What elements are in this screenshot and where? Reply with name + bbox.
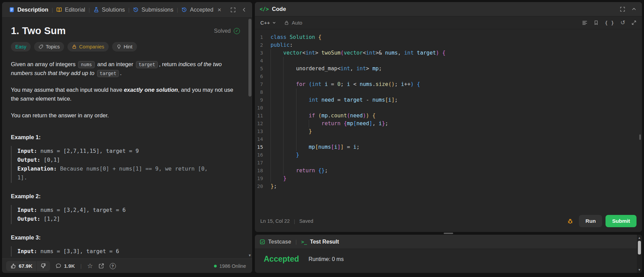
panel-splitter <box>255 232 642 235</box>
code-line: 18return {}; <box>255 167 642 175</box>
code-panel-header: </> Code <box>255 2 642 16</box>
result-status: Accepted <box>264 254 299 264</box>
tab-solutions[interactable]: Solutions <box>91 6 128 13</box>
topics-tag[interactable]: Topics <box>34 42 64 52</box>
submit-button[interactable]: Submit <box>605 215 637 227</box>
tab-testcase[interactable]: Testcase <box>260 239 291 245</box>
result-scrollbar[interactable]: ▲ ▼ <box>637 235 642 273</box>
language-label: C++ <box>260 20 270 26</box>
cursor-position: Ln 15, Col 22 <box>260 218 290 224</box>
editor-scrollbar-thumb[interactable] <box>639 134 641 140</box>
collapse-left-icon[interactable] <box>242 7 247 12</box>
example-block: Input: nums = [2,7,11,15], target = 9Out… <box>11 146 208 183</box>
scroll-down-icon[interactable]: ▼ <box>637 268 642 272</box>
line-number: 20 <box>255 183 271 190</box>
dislike-button[interactable] <box>37 261 50 271</box>
fullscreen-icon[interactable] <box>230 7 236 13</box>
code-line: 12return {mp[need], i}; <box>255 120 642 128</box>
auto-label: Auto <box>292 20 302 26</box>
code-text: class Solution { <box>271 33 321 41</box>
description-paragraph: You may assume that each input would hav… <box>11 85 234 103</box>
help-icon[interactable]: ? <box>110 263 116 269</box>
code-text <box>271 159 296 167</box>
example-line: Input: nums = [3,3], target = 6 <box>17 247 208 256</box>
companies-tag[interactable]: Companies <box>67 42 108 52</box>
code-text: return {mp[need], i}; <box>271 120 388 128</box>
topics-label: Topics <box>46 44 60 49</box>
auto-toggle[interactable]: Auto <box>284 20 302 26</box>
expand-icon[interactable] <box>631 20 637 25</box>
example-title: Example 1: <box>11 134 241 141</box>
result-scrollbar-thumb[interactable] <box>638 241 641 254</box>
line-number: 14 <box>255 135 271 143</box>
run-button[interactable]: Run <box>579 215 602 227</box>
bookmark-icon[interactable] <box>594 20 599 25</box>
chevron-down-icon <box>272 21 276 25</box>
code-text: if (mp.count(need)) { <box>271 112 375 120</box>
reset-icon[interactable]: ↺ <box>620 20 625 26</box>
tab-solutions-label: Solutions <box>102 6 125 13</box>
share-icon[interactable] <box>98 263 104 269</box>
solved-label: Solved <box>214 28 231 34</box>
tab-separator: | <box>128 7 130 13</box>
lock-icon <box>284 20 289 25</box>
left-tabbar-actions <box>230 7 248 13</box>
tab-submissions[interactable]: Submissions <box>130 6 176 13</box>
line-number: 12 <box>255 120 271 128</box>
splitter-handle[interactable] <box>444 233 453 234</box>
tab-accepted[interactable]: Accepted × <box>179 6 224 13</box>
code-text: vector<int> twoSum(vector<int>& nums, in… <box>271 49 445 57</box>
code-text <box>271 135 309 143</box>
format-icon[interactable] <box>582 20 587 26</box>
tab-test-result[interactable]: >_ Test Result <box>301 239 339 245</box>
code-line: 5unordered_map<int, int> mp; <box>255 65 642 73</box>
comments-button[interactable]: 1.9K <box>56 263 75 269</box>
code-line: 19} <box>255 175 642 183</box>
solved-check-icon: ✓ <box>234 28 240 34</box>
example-line: Output: [0,1] <box>17 156 208 164</box>
left-scrollbar-thumb[interactable] <box>248 19 251 97</box>
examples-section: Example 1:Input: nums = [2,7,11,15], tar… <box>11 134 241 257</box>
like-button[interactable]: 67.9K <box>6 261 36 271</box>
line-number: 8 <box>255 88 271 96</box>
code-line: 9int need = target - nums[i]; <box>255 96 642 104</box>
testcase-label: Testcase <box>268 239 291 245</box>
flask-icon <box>93 7 99 13</box>
tab-separator: | <box>177 7 178 13</box>
code-text: }; <box>271 183 277 190</box>
cursor-status: Ln 15, Col 22 | Saved <box>260 218 313 224</box>
line-number: 7 <box>255 81 271 88</box>
terminal-icon: >_ <box>301 239 307 245</box>
thumbs-up-icon <box>10 263 16 269</box>
code-text: } <box>271 128 312 135</box>
close-icon[interactable]: × <box>217 6 221 13</box>
star-icon[interactable]: ☆ <box>87 263 93 269</box>
solved-status: Solved ✓ <box>214 28 241 34</box>
code-text <box>271 104 309 112</box>
code-editor[interactable]: 1class Solution {2public:3vector<int> tw… <box>255 29 642 212</box>
tab-description[interactable]: Description <box>6 6 51 13</box>
title-row: 1. Two Sum Solved ✓ <box>11 25 241 37</box>
chevron-up-icon[interactable] <box>631 6 637 12</box>
braces-icon[interactable]: { } <box>605 20 614 26</box>
code-text <box>271 57 296 65</box>
tab-separator: | <box>89 7 90 13</box>
tag-icon <box>39 44 43 49</box>
line-number: 19 <box>255 175 271 183</box>
tab-submissions-label: Submissions <box>141 6 173 13</box>
difficulty-badge[interactable]: Easy <box>11 42 31 52</box>
line-number: 9 <box>255 96 271 104</box>
hint-tag[interactable]: Hint <box>112 42 137 52</box>
language-selector[interactable]: C++ <box>260 20 276 26</box>
history-icon <box>181 7 187 13</box>
tab-editorial[interactable]: Editorial <box>53 6 88 13</box>
scroll-down-icon[interactable]: ▼ <box>248 253 251 257</box>
lightbulb-icon <box>117 44 121 49</box>
description-paragraph: You can return the answer in any order. <box>11 111 234 120</box>
comment-count: 1.9K <box>64 263 75 269</box>
scroll-up-icon[interactable]: ▲ <box>637 236 642 239</box>
footer-separator: | <box>80 263 82 269</box>
line-number: 5 <box>255 65 271 73</box>
debugger-icon[interactable] <box>567 218 573 224</box>
fullscreen-icon[interactable] <box>620 6 625 12</box>
